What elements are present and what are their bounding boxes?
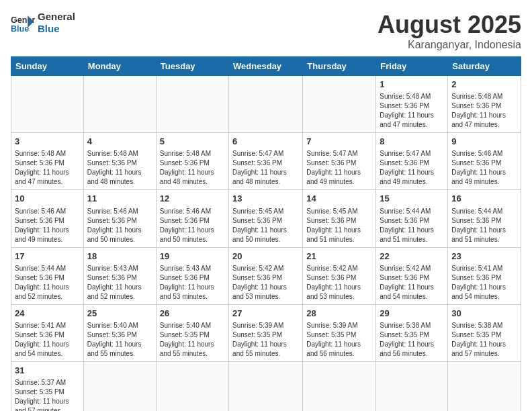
day-number: 29 [380, 308, 444, 320]
day-number: 19 [160, 250, 225, 263]
header: General Blue General Blue August 2025 Ka… [11, 11, 521, 51]
calendar-cell-w3d5: 22Sunrise: 5:42 AM Sunset: 5:36 PM Dayli… [376, 247, 448, 304]
calendar-cell-w5d6 [448, 361, 521, 411]
calendar-cell-w5d3 [229, 361, 303, 411]
day-number: 11 [87, 193, 152, 205]
day-info: Sunrise: 5:48 AM Sunset: 5:36 PM Dayligh… [451, 92, 517, 130]
calendar-cell-w2d0: 10Sunrise: 5:46 AM Sunset: 5:36 PM Dayli… [11, 190, 84, 247]
weekday-header-tuesday: Tuesday [156, 57, 228, 76]
day-number: 30 [451, 308, 517, 320]
day-info: Sunrise: 5:45 AM Sunset: 5:36 PM Dayligh… [306, 207, 372, 244]
day-number: 2 [451, 79, 517, 91]
calendar-cell-w5d4 [303, 361, 376, 411]
day-info: Sunrise: 5:43 AM Sunset: 5:36 PM Dayligh… [87, 264, 152, 302]
logo-general: General [38, 11, 75, 23]
logo: General Blue General Blue [11, 11, 75, 35]
day-number: 27 [232, 308, 299, 320]
day-number: 31 [15, 365, 80, 377]
day-info: Sunrise: 5:40 AM Sunset: 5:35 PM Dayligh… [160, 321, 225, 359]
day-info: Sunrise: 5:46 AM Sunset: 5:36 PM Dayligh… [451, 149, 517, 187]
day-info: Sunrise: 5:42 AM Sunset: 5:36 PM Dayligh… [232, 264, 299, 302]
calendar-cell-w4d3: 27Sunrise: 5:39 AM Sunset: 5:35 PM Dayli… [229, 304, 303, 361]
calendar-cell-w4d6: 30Sunrise: 5:38 AM Sunset: 5:35 PM Dayli… [448, 304, 521, 361]
calendar-cell-w4d4: 28Sunrise: 5:39 AM Sunset: 5:35 PM Dayli… [303, 304, 376, 361]
day-number: 16 [451, 193, 517, 205]
day-number: 21 [306, 250, 372, 263]
calendar-cell-w5d1 [83, 361, 156, 411]
calendar-cell-w3d2: 19Sunrise: 5:43 AM Sunset: 5:36 PM Dayli… [156, 247, 228, 304]
day-number: 13 [232, 193, 299, 205]
calendar-cell-w0d6: 2Sunrise: 5:48 AM Sunset: 5:36 PM Daylig… [448, 76, 521, 133]
calendar-week-5: 31Sunrise: 5:37 AM Sunset: 5:35 PM Dayli… [11, 361, 521, 411]
day-info: Sunrise: 5:39 AM Sunset: 5:35 PM Dayligh… [306, 321, 372, 359]
day-info: Sunrise: 5:42 AM Sunset: 5:36 PM Dayligh… [306, 264, 372, 302]
day-info: Sunrise: 5:48 AM Sunset: 5:36 PM Dayligh… [87, 149, 152, 187]
day-info: Sunrise: 5:41 AM Sunset: 5:36 PM Dayligh… [15, 321, 80, 359]
calendar-week-3: 17Sunrise: 5:44 AM Sunset: 5:36 PM Dayli… [11, 247, 521, 304]
calendar-cell-w3d1: 18Sunrise: 5:43 AM Sunset: 5:36 PM Dayli… [83, 247, 156, 304]
weekday-header-row: SundayMondayTuesdayWednesdayThursdayFrid… [11, 57, 521, 76]
day-number: 1 [380, 79, 444, 91]
calendar-cell-w4d2: 26Sunrise: 5:40 AM Sunset: 5:35 PM Dayli… [156, 304, 228, 361]
day-info: Sunrise: 5:44 AM Sunset: 5:36 PM Dayligh… [15, 264, 80, 302]
day-info: Sunrise: 5:41 AM Sunset: 5:36 PM Dayligh… [451, 264, 517, 302]
day-info: Sunrise: 5:42 AM Sunset: 5:36 PM Dayligh… [380, 264, 444, 302]
logo-blue: Blue [38, 23, 75, 35]
day-info: Sunrise: 5:45 AM Sunset: 5:36 PM Dayligh… [232, 207, 299, 244]
calendar-week-4: 24Sunrise: 5:41 AM Sunset: 5:36 PM Dayli… [11, 304, 521, 361]
day-info: Sunrise: 5:46 AM Sunset: 5:36 PM Dayligh… [160, 207, 225, 244]
day-number: 26 [160, 308, 225, 320]
calendar-week-1: 3Sunrise: 5:48 AM Sunset: 5:36 PM Daylig… [11, 133, 521, 190]
calendar-cell-w0d2 [156, 76, 228, 133]
day-info: Sunrise: 5:40 AM Sunset: 5:36 PM Dayligh… [87, 321, 152, 359]
day-info: Sunrise: 5:46 AM Sunset: 5:36 PM Dayligh… [15, 207, 80, 244]
day-number: 3 [15, 136, 80, 148]
day-info: Sunrise: 5:46 AM Sunset: 5:36 PM Dayligh… [87, 207, 152, 244]
calendar-cell-w1d2: 5Sunrise: 5:48 AM Sunset: 5:36 PM Daylig… [156, 133, 228, 190]
weekday-header-friday: Friday [376, 57, 448, 76]
day-info: Sunrise: 5:47 AM Sunset: 5:36 PM Dayligh… [306, 149, 372, 187]
calendar-cell-w2d5: 15Sunrise: 5:44 AM Sunset: 5:36 PM Dayli… [376, 190, 448, 247]
day-number: 20 [232, 250, 299, 263]
day-info: Sunrise: 5:48 AM Sunset: 5:36 PM Dayligh… [160, 149, 225, 187]
day-info: Sunrise: 5:48 AM Sunset: 5:36 PM Dayligh… [15, 149, 80, 187]
day-number: 24 [15, 308, 80, 320]
weekday-header-thursday: Thursday [303, 57, 376, 76]
calendar-cell-w2d1: 11Sunrise: 5:46 AM Sunset: 5:36 PM Dayli… [83, 190, 156, 247]
calendar-cell-w1d5: 8Sunrise: 5:47 AM Sunset: 5:36 PM Daylig… [376, 133, 448, 190]
calendar-cell-w3d6: 23Sunrise: 5:41 AM Sunset: 5:36 PM Dayli… [448, 247, 521, 304]
calendar-cell-w1d6: 9Sunrise: 5:46 AM Sunset: 5:36 PM Daylig… [448, 133, 521, 190]
day-number: 28 [306, 308, 372, 320]
calendar-cell-w1d1: 4Sunrise: 5:48 AM Sunset: 5:36 PM Daylig… [83, 133, 156, 190]
day-info: Sunrise: 5:44 AM Sunset: 5:36 PM Dayligh… [451, 207, 517, 244]
day-number: 22 [380, 250, 444, 263]
calendar-cell-w0d3 [229, 76, 303, 133]
weekday-header-wednesday: Wednesday [229, 57, 303, 76]
calendar-cell-w1d4: 7Sunrise: 5:47 AM Sunset: 5:36 PM Daylig… [303, 133, 376, 190]
calendar-week-2: 10Sunrise: 5:46 AM Sunset: 5:36 PM Dayli… [11, 190, 521, 247]
calendar-cell-w3d0: 17Sunrise: 5:44 AM Sunset: 5:36 PM Dayli… [11, 247, 84, 304]
logo-icon: General Blue [11, 11, 35, 35]
day-number: 8 [380, 136, 444, 148]
day-number: 15 [380, 193, 444, 205]
calendar-cell-w2d2: 12Sunrise: 5:46 AM Sunset: 5:36 PM Dayli… [156, 190, 228, 247]
calendar-cell-w5d5 [376, 361, 448, 411]
calendar-cell-w3d3: 20Sunrise: 5:42 AM Sunset: 5:36 PM Dayli… [229, 247, 303, 304]
day-info: Sunrise: 5:43 AM Sunset: 5:36 PM Dayligh… [160, 264, 225, 302]
calendar-title: August 2025 [378, 11, 521, 39]
calendar-cell-w5d0: 31Sunrise: 5:37 AM Sunset: 5:35 PM Dayli… [11, 361, 84, 411]
day-number: 7 [306, 136, 372, 148]
day-number: 17 [15, 250, 80, 263]
weekday-header-sunday: Sunday [11, 57, 84, 76]
calendar-cell-w0d1 [83, 76, 156, 133]
calendar-cell-w0d4 [303, 76, 376, 133]
day-number: 9 [451, 136, 517, 148]
calendar-body: 1Sunrise: 5:48 AM Sunset: 5:36 PM Daylig… [11, 76, 521, 412]
day-info: Sunrise: 5:48 AM Sunset: 5:36 PM Dayligh… [380, 92, 444, 130]
day-number: 5 [160, 136, 225, 148]
calendar-week-0: 1Sunrise: 5:48 AM Sunset: 5:36 PM Daylig… [11, 76, 521, 133]
day-number: 14 [306, 193, 372, 205]
day-number: 25 [87, 308, 152, 320]
day-info: Sunrise: 5:39 AM Sunset: 5:35 PM Dayligh… [232, 321, 299, 359]
calendar-cell-w4d5: 29Sunrise: 5:38 AM Sunset: 5:35 PM Dayli… [376, 304, 448, 361]
